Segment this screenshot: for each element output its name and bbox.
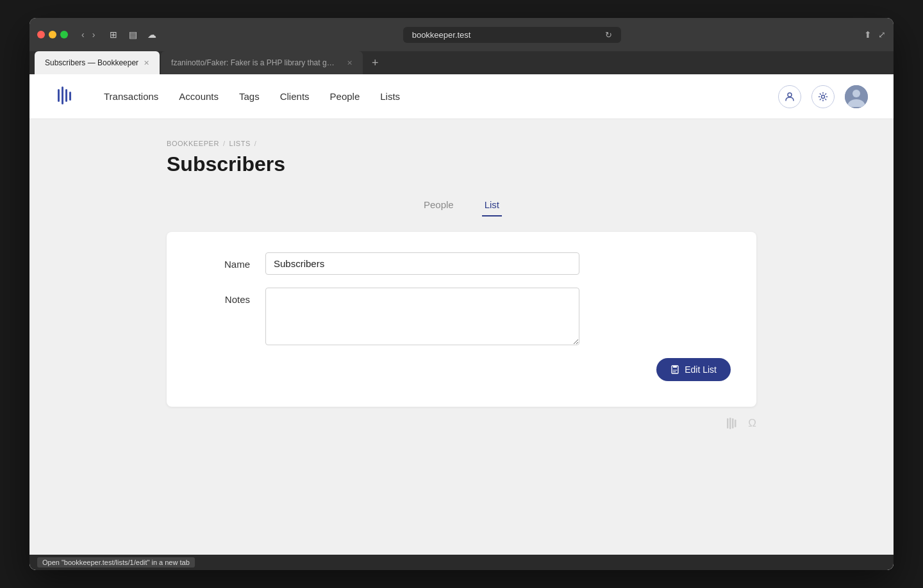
nav-right — [778, 85, 868, 108]
svg-point-5 — [822, 95, 825, 98]
tab-active-close[interactable]: ✕ — [144, 59, 149, 67]
forward-button[interactable]: › — [89, 28, 99, 41]
cloud-icon[interactable]: ☁ — [144, 27, 160, 42]
address-bar[interactable]: bookkeeper.test ↻ — [403, 27, 621, 43]
title-bar: ‹ › ⊞ ▤ ☁ bookkeeper.test ↻ ⬆ ⤢ — [29, 18, 894, 51]
nav-links: Transactions Accounts Tags Clients Peopl… — [94, 86, 778, 107]
tab-people[interactable]: People — [421, 194, 456, 216]
svg-rect-9 — [673, 366, 677, 368]
tab-second[interactable]: fzaninotto/Faker: Faker is a PHP library… — [161, 51, 363, 74]
svg-rect-0 — [58, 89, 60, 102]
svg-rect-12 — [732, 418, 734, 429]
grid-icon[interactable]: ⊞ — [106, 27, 121, 42]
tab-active[interactable]: Subscribers — Bookkeeper ✕ — [35, 51, 160, 74]
tab-bar: Subscribers — Bookkeeper ✕ fzaninotto/Fa… — [29, 51, 894, 74]
nav-clients[interactable]: Clients — [270, 86, 320, 107]
save-icon — [670, 365, 679, 374]
avatar-image — [845, 85, 868, 108]
url-text: bookkeeper.test — [412, 30, 471, 40]
nav-people[interactable]: People — [320, 86, 370, 107]
bottom-icons: Ω — [167, 407, 756, 443]
app-logo[interactable] — [55, 85, 76, 108]
share-icon[interactable]: ⬆ — [864, 29, 872, 40]
svg-rect-2 — [65, 89, 67, 102]
toolbar-icons: ⊞ ▤ ☁ — [106, 27, 160, 42]
breadcrumb-sep-2: / — [254, 140, 257, 147]
breadcrumb-sep-1: / — [223, 140, 226, 147]
svg-rect-10 — [727, 418, 729, 429]
nav-lists[interactable]: Lists — [370, 86, 410, 107]
name-label: Name — [192, 252, 250, 270]
user-icon — [785, 92, 795, 102]
notes-row: Notes — [192, 288, 731, 345]
back-button[interactable]: ‹ — [78, 28, 88, 41]
page-title: Subscribers — [167, 152, 756, 176]
svg-point-7 — [852, 90, 860, 97]
list-form-card: Name Notes Edit List — [167, 232, 756, 407]
user-avatar[interactable] — [845, 85, 868, 108]
app-nav: Transactions Accounts Tags Clients Peopl… — [29, 74, 894, 119]
nav-accounts[interactable]: Accounts — [169, 86, 229, 107]
svg-rect-13 — [735, 420, 736, 427]
svg-point-4 — [788, 93, 792, 97]
tab-list[interactable]: List — [482, 194, 502, 216]
title-bar-right: ⬆ ⤢ — [864, 29, 886, 40]
user-button[interactable] — [778, 85, 801, 108]
content-area: Transactions Accounts Tags Clients Peopl… — [29, 74, 894, 570]
traffic-lights — [37, 31, 68, 38]
status-bar: Open "bookkeeper.test/lists/1/edit" in a… — [29, 555, 894, 570]
settings-button[interactable] — [811, 85, 835, 108]
svg-rect-11 — [729, 418, 731, 429]
breadcrumb: BOOKKEEPER / LISTS / — [167, 140, 756, 147]
name-input[interactable] — [265, 252, 579, 275]
edit-list-button[interactable]: Edit List — [656, 358, 731, 381]
gear-icon — [818, 92, 828, 102]
fullscreen-icon[interactable]: ⤢ — [878, 29, 886, 40]
tab-second-close[interactable]: ✕ — [347, 59, 353, 67]
maximize-button[interactable] — [60, 31, 68, 38]
address-bar-container: bookkeeper.test ↻ — [190, 27, 833, 43]
new-tab-button[interactable]: + — [367, 51, 384, 74]
svg-rect-1 — [62, 86, 63, 104]
nav-arrows: ‹ › — [78, 28, 98, 41]
edit-list-label: Edit List — [685, 364, 717, 375]
card-footer: Edit List — [192, 358, 731, 381]
name-row: Name — [192, 252, 731, 275]
notes-textarea[interactable] — [265, 288, 579, 345]
nav-tags[interactable]: Tags — [229, 86, 270, 107]
view-tabs: People List — [167, 194, 756, 216]
breadcrumb-bookkeeper[interactable]: BOOKKEEPER — [167, 140, 219, 147]
reload-icon[interactable]: ↻ — [605, 30, 612, 40]
close-button[interactable] — [37, 31, 45, 38]
notes-label: Notes — [192, 288, 250, 305]
page-content: BOOKKEEPER / LISTS / Subscribers People … — [77, 119, 846, 464]
tab-second-label: fzaninotto/Faker: Faker is a PHP library… — [171, 58, 338, 67]
minimize-button[interactable] — [49, 31, 56, 38]
omega-icon[interactable]: Ω — [748, 417, 756, 433]
book-icon[interactable] — [725, 417, 738, 433]
sidebar-icon[interactable]: ▤ — [125, 27, 140, 42]
status-text: Open "bookkeeper.test/lists/1/edit" in a… — [37, 557, 195, 568]
breadcrumb-lists[interactable]: LISTS — [229, 140, 251, 147]
nav-transactions[interactable]: Transactions — [94, 86, 169, 107]
tab-active-label: Subscribers — Bookkeeper — [45, 58, 138, 67]
svg-rect-3 — [69, 92, 71, 101]
